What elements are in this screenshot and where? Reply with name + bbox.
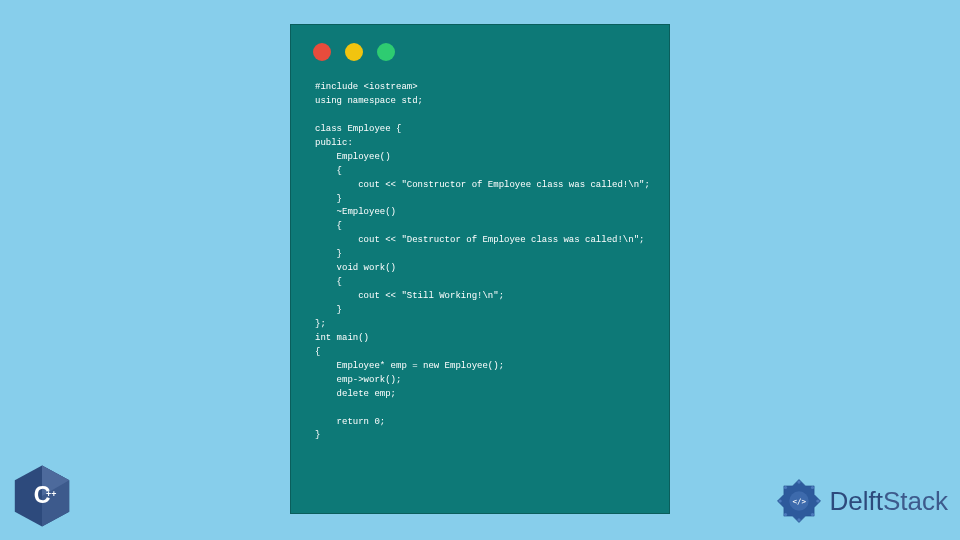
code-window: #include <iostream> using namespace std;… [290, 24, 670, 514]
window-controls [291, 25, 669, 69]
stack-label: Stack [883, 486, 948, 517]
delftstack-text: DelftStack [830, 486, 949, 517]
svg-point-14 [778, 499, 781, 502]
cpp-logo-icon: C ++ [8, 462, 86, 540]
svg-point-13 [783, 513, 786, 516]
svg-point-15 [783, 486, 786, 489]
delft-label: Delft [830, 486, 883, 517]
code-block: #include <iostream> using namespace std;… [291, 69, 669, 455]
svg-text:++: ++ [46, 489, 56, 499]
svg-point-8 [797, 480, 800, 483]
delftstack-icon: </> [772, 474, 826, 528]
minimize-icon [345, 43, 363, 61]
svg-point-11 [810, 513, 813, 516]
delftstack-logo: </> DelftStack [772, 474, 949, 528]
svg-point-10 [816, 499, 819, 502]
close-icon [313, 43, 331, 61]
svg-point-9 [810, 486, 813, 489]
svg-text:</>: </> [792, 497, 806, 506]
maximize-icon [377, 43, 395, 61]
svg-point-12 [797, 518, 800, 521]
